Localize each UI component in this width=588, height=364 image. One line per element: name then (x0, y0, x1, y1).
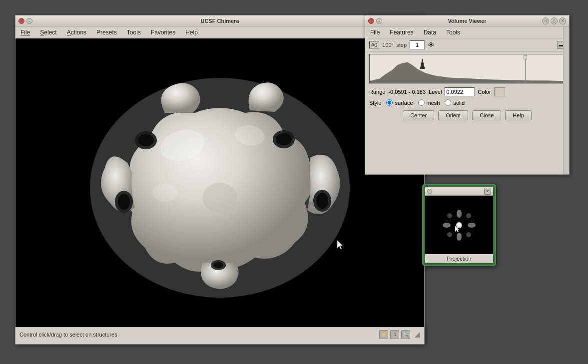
size-label: 100³ (382, 42, 393, 48)
projection-label: Projection (425, 254, 493, 263)
color-label: Color (478, 89, 491, 95)
status-icons: ⚡ ℹ 🔍 (379, 330, 410, 339)
status-text: Control click/drag to select on structur… (19, 332, 375, 338)
vv-buttons-row: Center Orient Close Help (365, 107, 569, 123)
menu-favorites[interactable]: Favorites (149, 28, 177, 37)
histogram-svg (370, 54, 565, 83)
shape-container (15, 38, 424, 327)
svg-point-14 (152, 184, 177, 202)
proj-tb-btn[interactable] (427, 189, 432, 194)
proj-close-btn[interactable]: ✕ (484, 188, 491, 195)
proj-titlebar: ✕ (425, 187, 493, 196)
resize-handle[interactable] (414, 332, 420, 338)
histogram-area[interactable] (369, 54, 565, 84)
chimera-min-btn[interactable]: – (26, 18, 32, 24)
dataset-id: #0 (369, 41, 379, 49)
step-label: step (396, 42, 407, 48)
surface-radio[interactable] (386, 99, 393, 106)
svg-point-8 (316, 193, 328, 209)
solid-radio-group: solid (445, 99, 465, 106)
menu-actions[interactable]: Actions (65, 28, 88, 37)
svg-point-24 (457, 210, 462, 218)
range-value: -0.0591 - 0.183 (388, 89, 426, 95)
vv-titlebar-buttons: ✕ – (368, 18, 382, 24)
vv-scrollbar[interactable] (563, 26, 569, 174)
close-button[interactable]: Close (472, 110, 501, 120)
menu-tools[interactable]: Tools (125, 28, 143, 37)
menu-presets-label: Presets (96, 29, 117, 36)
chimera-viewport[interactable] (15, 38, 424, 327)
help-button[interactable]: Help (505, 110, 532, 120)
svg-point-23 (468, 223, 476, 228)
svg-point-25 (457, 233, 462, 241)
menu-favorites-label: Favorites (151, 29, 175, 36)
magnifier-icon[interactable]: 🔍 (401, 330, 410, 339)
chimera-statusbar: Control click/drag to select on structur… (15, 327, 424, 341)
vv-btn1[interactable]: ◁ (542, 17, 549, 24)
lightning-icon[interactable]: ⚡ (379, 330, 388, 339)
style-row: Style surface mesh solid (365, 98, 569, 107)
volume-viewer-window: ✕ – Volume Viewer ◁ △ ✕ File Features Da… (365, 15, 570, 175)
info-icon[interactable]: ℹ (390, 330, 399, 339)
proj-svg (432, 203, 487, 248)
style-label: Style (369, 100, 381, 106)
vv-title: Volume Viewer (448, 18, 486, 24)
vv-close-x-btn[interactable]: ✕ (368, 18, 374, 24)
svg-point-2 (138, 134, 154, 146)
proj-viewport[interactable] (425, 196, 493, 254)
chimera-menubar: File Select Actions Presets Tools Favori… (15, 26, 424, 38)
vv-menu-data[interactable]: Data (422, 28, 438, 37)
solid-radio[interactable] (445, 99, 451, 106)
svg-point-31 (458, 224, 460, 226)
molecular-surface-svg (50, 48, 390, 318)
vv-btn3[interactable]: ✕ (559, 17, 566, 24)
vv-menu-tools[interactable]: Tools (444, 28, 462, 37)
menu-tools-label: Tools (127, 29, 141, 36)
vv-titlebar: ✕ – Volume Viewer ◁ △ ✕ (365, 15, 569, 26)
chimera-titlebar-buttons: ✕ – (18, 18, 32, 24)
chimera-window: ✕ – UCSF Chimera File Select Actions Pre… (15, 15, 425, 345)
chimera-title: UCSF Chimera (200, 18, 239, 24)
range-row: Range -0.0591 - 0.183 Level Color (365, 86, 569, 98)
vv-controls-row: #0 100³ step 👁 ▬ (365, 38, 569, 52)
svg-point-9 (202, 183, 237, 213)
center-button[interactable]: Center (403, 110, 434, 120)
color-swatch[interactable] (494, 87, 505, 96)
chimera-close-btn[interactable]: ✕ (18, 18, 24, 24)
step-input[interactable] (410, 40, 425, 49)
cursor (337, 240, 343, 249)
mesh-label: mesh (427, 100, 440, 106)
solid-label: solid (453, 100, 465, 106)
menu-file-label: File (20, 29, 30, 36)
eye-icon[interactable]: 👁 (428, 41, 435, 49)
vv-min-btn[interactable]: – (376, 18, 382, 24)
vv-menu-file[interactable]: File (368, 28, 382, 37)
surface-radio-group: surface (386, 99, 413, 106)
svg-point-6 (118, 194, 130, 210)
vv-btn2[interactable]: △ (551, 17, 558, 24)
menu-help[interactable]: Help (183, 28, 200, 37)
level-input[interactable] (445, 87, 475, 96)
mesh-radio[interactable] (418, 99, 425, 106)
menu-select-rest: elect (44, 29, 56, 36)
menu-actions-label: A (67, 29, 71, 36)
vv-titlebar-right: ◁ △ ✕ (542, 17, 566, 24)
chimera-titlebar: ✕ – UCSF Chimera (15, 15, 424, 26)
svg-point-11 (213, 262, 223, 268)
vv-menu-features[interactable]: Features (388, 28, 415, 37)
menu-file[interactable]: File (18, 28, 32, 37)
menu-help-label: Help (185, 29, 198, 36)
projection-inner: ✕ (425, 187, 493, 263)
menu-select[interactable]: Select (38, 28, 58, 37)
range-label: Range (369, 89, 385, 95)
orient-button[interactable]: Orient (438, 110, 468, 120)
projection-window: ✕ (422, 184, 496, 266)
mesh-radio-group: mesh (418, 99, 440, 106)
vv-menubar: File Features Data Tools (365, 26, 569, 38)
menu-presets[interactable]: Presets (94, 28, 119, 37)
menu-actions-rest: ctions (71, 29, 86, 36)
level-label: Level (429, 89, 442, 95)
svg-point-22 (443, 223, 451, 228)
surface-label: surface (395, 100, 413, 106)
svg-point-4 (276, 133, 292, 145)
